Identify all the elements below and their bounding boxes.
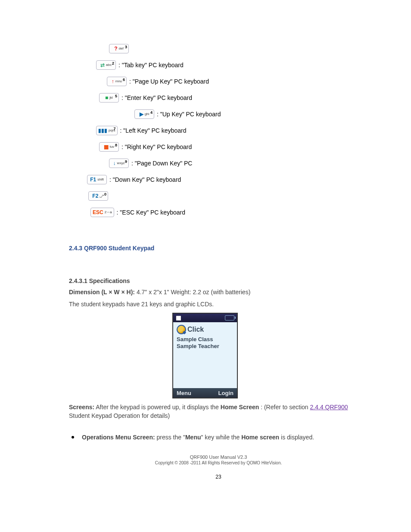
bullet-icon [72, 436, 74, 439]
key-row-0: ?def3 [69, 42, 368, 55]
spec-dim: Dimension (L × W × H): 4.7" x 2"x 1" Wei… [69, 288, 368, 296]
b-t1: press the " [155, 434, 185, 441]
keypad-key-6: ▦tuv8 [99, 142, 119, 152]
device-mock: Click Sample Class Sample Teacher Menu L… [172, 313, 238, 398]
key-number: 6 [123, 78, 125, 82]
key-sub: tuv [110, 145, 115, 149]
key-desc: : "Up Key" PC keyboard [157, 111, 221, 118]
screens-title: Screens: [69, 404, 94, 411]
keypad-key-8: F1shift [87, 175, 107, 184]
key-number: 4 [150, 110, 153, 115]
key-icon: ▦ [104, 144, 109, 150]
keypad-key-7: ↓wxyz9 [109, 159, 129, 168]
b-s2: Menu [185, 434, 201, 441]
key-row-6: ▦tuv8: "Right Key" PC keyboard [69, 140, 368, 153]
key-sub: ghi [145, 112, 149, 116]
device-statusbar [173, 314, 237, 322]
keypad-key-9: F2␣/*0 [88, 191, 108, 201]
keypad-key-5: ▮▮▮pqrs7 [96, 126, 118, 135]
screens-bold: Home Screen [221, 404, 259, 411]
device-logo-text: Click [187, 326, 204, 333]
footer-copyright: Copyright © 2008 -2011 All Rights Reserv… [69, 460, 368, 465]
footer-line1: QRF900 User Manual V2.3 [69, 454, 368, 460]
key-row-9: F2␣/*0 [69, 190, 368, 202]
spec-dim-label: Dimension (L × W × H): [69, 289, 135, 296]
key-row-1: ⇄abc2: "Tab key" PC keyboard [69, 59, 368, 72]
key-sub: abc [106, 63, 112, 67]
key-desc: : "Left Key" PC keyboard [120, 127, 187, 134]
screens-t3: Student Keypad Operation for details) [69, 412, 170, 419]
key-icon: ▶ [140, 111, 143, 117]
bullet-row: Operations Menu Screen: press the "Menu"… [69, 433, 368, 442]
key-row-2: ↑mno6: "Page Up Key" PC keyboard [69, 75, 368, 88]
device-teacher: Sample Teacher [177, 343, 234, 349]
key-sub: ␣/* [100, 194, 104, 198]
key-number: 5 [115, 94, 117, 98]
key-desc: : "Page Up Key" PC keyboard [129, 78, 209, 85]
key-sub: jkl [109, 96, 113, 100]
device-login-button[interactable]: Login [218, 390, 234, 396]
key-icon: F1 [90, 177, 96, 183]
key-number: 3 [125, 45, 127, 49]
key-icon: ■ [105, 95, 108, 101]
key-desc: : "Page Down Key" PC [131, 160, 192, 167]
key-icon: ↓ [113, 160, 116, 166]
key-sub: 2↔a [105, 211, 112, 214]
device-menu-button[interactable]: Menu [177, 390, 191, 396]
key-desc: : "Tab key" PC keyboard [118, 62, 184, 68]
key-sub: def [119, 47, 124, 50]
key-row-7: ↓wxyz9: "Page Down Key" PC [69, 157, 368, 170]
keypad-key-0: ?def3 [109, 44, 129, 53]
device-logo: Click [177, 325, 234, 334]
key-desc: : "Down Key" PC keyboard [109, 176, 181, 183]
screens-block: Screens: After the keypad is powered up,… [69, 403, 368, 420]
key-icon: ⇄ [100, 62, 105, 68]
key-row-8: F1shift: "Down Key" PC keyboard [69, 173, 368, 186]
keypad-key-1: ⇄abc2 [96, 60, 116, 70]
key-desc: : "Enter Key" PC keyboard [121, 94, 192, 101]
key-sub: shift [97, 178, 104, 181]
spec-keytext: The student keypads have 21 keys and gra… [69, 300, 368, 308]
device-class: Sample Class [177, 336, 234, 342]
keypad-key-2: ↑mno6 [107, 77, 127, 86]
bullet-text: Operations Menu Screen: press the "Menu"… [82, 433, 314, 442]
key-number: 0 [104, 192, 106, 196]
key-number: 9 [125, 159, 127, 164]
signal-icon [176, 315, 181, 320]
battery-icon [225, 315, 234, 320]
b-t3: is displayed. [279, 434, 314, 441]
b-t2: " key while the [201, 434, 242, 441]
key-number: 8 [115, 143, 117, 147]
key-desc: : "ESC Key" PC keyboard [117, 209, 185, 216]
keypad-key-10: ESC2↔a [90, 208, 114, 217]
key-sub: mno [115, 80, 122, 83]
screens-t2: : (Refer to section [261, 404, 310, 411]
key-icon: ESC [93, 209, 103, 215]
key-number: 7 [114, 127, 116, 131]
page-number: 23 [69, 474, 368, 480]
key-icon: F2 [92, 193, 98, 199]
key-sub: wxyz [117, 162, 125, 165]
key-row-4: ▶ghi4: "Up Key" PC keyboard [69, 108, 368, 121]
key-row-10: ESC2↔a: "ESC Key" PC keyboard [69, 206, 368, 219]
screens-link[interactable]: 2.4.4 QRF900 [310, 404, 348, 411]
key-number: 2 [112, 61, 114, 65]
key-icon: ↑ [112, 78, 114, 84]
section-sub: 2.4.3.1 Specifications [69, 277, 368, 284]
keypad-key-4: ▶ghi4 [134, 109, 154, 119]
b-s3: Home screen [241, 434, 279, 441]
key-row-5: ▮▮▮pqrs7: "Left Key" PC keyboard [69, 124, 368, 137]
screens-t1: After the keypad is powered up, it displ… [96, 404, 221, 411]
b-s1: Operations Menu Screen: [82, 434, 155, 441]
spec-dim-val: 4.7" x 2"x 1" Weight: 2.2 oz (with batte… [137, 289, 250, 296]
key-row-3: ■jkl5: "Enter Key" PC keyboard [69, 91, 368, 104]
key-icon: ? [114, 46, 117, 52]
qclick-q-icon [177, 325, 186, 334]
key-desc: : "Right Key" PC keyboard [121, 143, 192, 150]
section-heading: 2.4.3 QRF900 Student Keypad [69, 245, 368, 252]
keypad-key-3: ■jkl5 [99, 93, 119, 103]
key-icon: ▮▮▮ [98, 128, 107, 134]
